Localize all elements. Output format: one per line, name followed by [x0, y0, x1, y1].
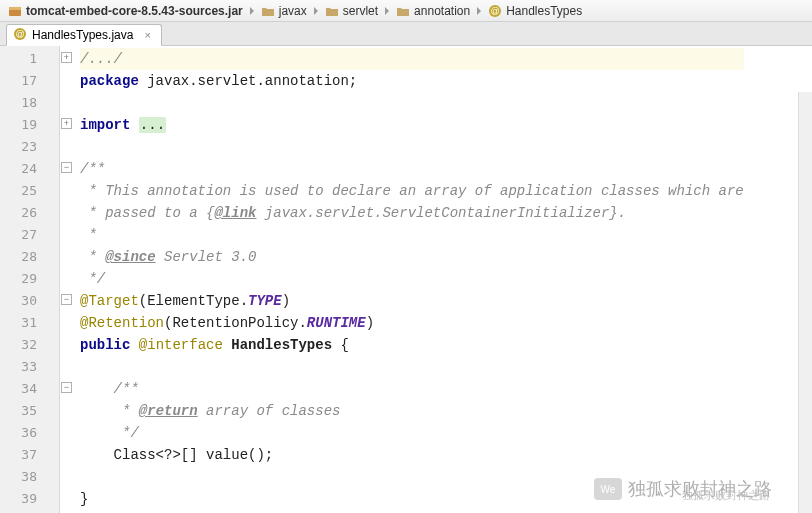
chevron-right-icon — [474, 6, 484, 16]
editor-tab-bar: @ HandlesTypes.java × — [0, 22, 812, 46]
code-line[interactable]: * @return array of classes — [80, 400, 744, 422]
breadcrumb-label: annotation — [414, 4, 470, 18]
code-line[interactable]: * passed to a {@link javax.servlet.Servl… — [80, 202, 744, 224]
annotation-icon: @ — [488, 4, 502, 18]
line-number: 33 — [0, 356, 59, 378]
line-number: 34 — [0, 378, 59, 400]
folder-icon — [325, 4, 339, 18]
code-editor[interactable]: 1171819232425262728293031323334353637383… — [0, 46, 812, 513]
code-line[interactable]: */ — [80, 268, 744, 290]
breadcrumb-item[interactable]: servlet — [321, 4, 382, 18]
line-number: 19 — [0, 114, 59, 136]
line-number: 37 — [0, 444, 59, 466]
breadcrumb-item[interactable]: @HandlesTypes — [484, 4, 586, 18]
code-line[interactable]: /** — [80, 378, 744, 400]
code-line[interactable]: @Target(ElementType.TYPE) — [80, 290, 744, 312]
chevron-right-icon — [382, 6, 392, 16]
code-line[interactable]: Class<?>[] value(); — [80, 444, 744, 466]
code-line[interactable]: package javax.servlet.annotation; — [80, 70, 744, 92]
line-number: 32 — [0, 334, 59, 356]
tab-label: HandlesTypes.java — [32, 28, 133, 42]
line-number: 18 — [0, 92, 59, 114]
line-number: 23 — [0, 136, 59, 158]
code-line[interactable] — [80, 92, 744, 114]
line-number: 28 — [0, 246, 59, 268]
close-icon[interactable]: × — [144, 29, 150, 41]
line-number: 24 — [0, 158, 59, 180]
code-line[interactable]: * This annotation is used to declare an … — [80, 180, 744, 202]
breadcrumb-item[interactable]: tomcat-embed-core-8.5.43-sources.jar — [4, 4, 247, 18]
fold-toggle[interactable]: − — [61, 382, 72, 393]
code-line[interactable]: public @interface HandlesTypes { — [80, 334, 744, 356]
breadcrumb-label: javax — [279, 4, 307, 18]
code-line[interactable]: * @since Servlet 3.0 — [80, 246, 744, 268]
fold-column: ++−−− — [60, 46, 74, 513]
breadcrumb-item[interactable]: annotation — [392, 4, 474, 18]
code-line[interactable]: /** — [80, 158, 744, 180]
line-number: 27 — [0, 224, 59, 246]
fold-toggle[interactable]: − — [61, 162, 72, 173]
jar-icon — [8, 4, 22, 18]
line-number: 26 — [0, 202, 59, 224]
line-number: 35 — [0, 400, 59, 422]
vertical-scrollbar[interactable] — [798, 92, 812, 513]
code-line[interactable]: @Retention(RetentionPolicy.RUNTIME) — [80, 312, 744, 334]
fold-toggle[interactable]: + — [61, 52, 72, 63]
line-number: 17 — [0, 70, 59, 92]
code-line[interactable] — [80, 136, 744, 158]
breadcrumb-label: servlet — [343, 4, 378, 18]
code-area[interactable]: /.../package javax.servlet.annotation; i… — [60, 46, 744, 513]
code-line[interactable]: import ... — [80, 114, 744, 136]
line-number: 39 — [0, 488, 59, 510]
code-line[interactable] — [80, 466, 744, 488]
line-number: 31 — [0, 312, 59, 334]
line-number: 30 — [0, 290, 59, 312]
code-line[interactable]: */ — [80, 422, 744, 444]
line-number: 1 — [0, 48, 59, 70]
line-number: 36 — [0, 422, 59, 444]
line-number: 29 — [0, 268, 59, 290]
folder-icon — [261, 4, 275, 18]
line-number: 25 — [0, 180, 59, 202]
breadcrumb-item[interactable]: javax — [257, 4, 311, 18]
annotation-icon: @ — [13, 27, 27, 44]
svg-text:@: @ — [15, 29, 24, 39]
breadcrumb-label: HandlesTypes — [506, 4, 582, 18]
svg-rect-1 — [9, 7, 21, 10]
breadcrumb-bar: tomcat-embed-core-8.5.43-sources.jarjava… — [0, 0, 812, 22]
fold-toggle[interactable]: − — [61, 294, 72, 305]
line-number: 38 — [0, 466, 59, 488]
folder-icon — [396, 4, 410, 18]
code-line[interactable]: /.../ — [80, 48, 744, 70]
editor-tab[interactable]: @ HandlesTypes.java × — [6, 24, 162, 46]
chevron-right-icon — [247, 6, 257, 16]
breadcrumb-label: tomcat-embed-core-8.5.43-sources.jar — [26, 4, 243, 18]
fold-toggle[interactable]: + — [61, 118, 72, 129]
gutter: 1171819232425262728293031323334353637383… — [0, 46, 60, 513]
svg-text:@: @ — [491, 6, 500, 16]
code-line[interactable]: * — [80, 224, 744, 246]
chevron-right-icon — [311, 6, 321, 16]
code-line[interactable]: } — [80, 488, 744, 510]
code-line[interactable] — [80, 356, 744, 378]
